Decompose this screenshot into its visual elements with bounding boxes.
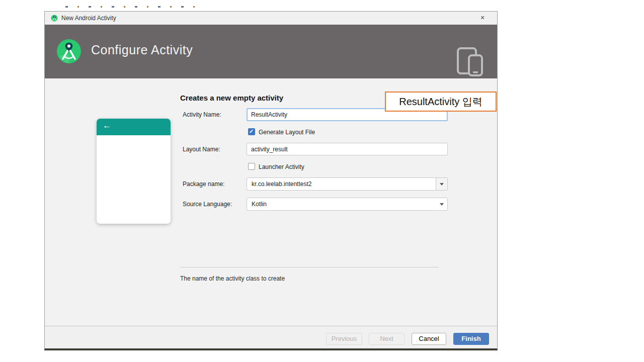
form-heading: Creates a new empty activity: [180, 94, 283, 102]
previous-button[interactable]: Previous: [326, 333, 362, 345]
chevron-down-icon: [440, 203, 444, 206]
package-dropdown-button[interactable]: [436, 178, 447, 190]
package-name-value: kr.co.leelab.intenttest2: [252, 178, 311, 190]
wizard-body: ← Creates a new empty activity Activity …: [45, 78, 497, 326]
dialog-titlebar: New Android Activity ×: [45, 12, 497, 25]
launcher-activity-checkbox[interactable]: [248, 163, 255, 170]
next-button[interactable]: Next: [369, 333, 405, 345]
android-studio-logo-icon: [56, 39, 82, 64]
source-language-combobox[interactable]: Kotlin: [247, 198, 448, 211]
layout-name-label: Layout Name:: [183, 146, 220, 153]
finish-button[interactable]: Finish: [453, 333, 489, 345]
back-arrow-icon: ←: [103, 121, 111, 131]
generate-layout-label: Generate Layout File: [259, 129, 315, 136]
wizard-title: Configure Activity: [91, 43, 193, 57]
language-dropdown-button[interactable]: [436, 198, 447, 210]
generate-layout-checkbox[interactable]: [248, 128, 255, 135]
devices-icon: [456, 47, 484, 77]
activity-preview-thumbnail: ←: [97, 119, 171, 224]
package-name-label: Package name:: [183, 180, 224, 188]
launcher-activity-label: Launcher Activity: [259, 163, 304, 170]
dialog-title: New Android Activity: [61, 12, 116, 25]
source-language-label: Source Language:: [183, 201, 232, 208]
annotation-callout: ResultActivity 입력: [385, 92, 497, 112]
cropped-background-text: [65, 6, 200, 8]
package-name-combobox[interactable]: kr.co.leelab.intenttest2: [247, 177, 448, 191]
field-hint-text: The name of the activity class to create: [180, 275, 285, 282]
layout-name-input[interactable]: [247, 143, 448, 155]
form-divider: [180, 267, 439, 267]
close-icon[interactable]: ×: [476, 12, 489, 25]
preview-appbar: ←: [97, 119, 171, 135]
activity-name-label: Activity Name:: [183, 111, 221, 118]
android-studio-icon: [51, 15, 58, 22]
new-android-activity-dialog: New Android Activity × Configure Activit…: [44, 11, 498, 350]
wizard-header: Configure Activity: [45, 25, 497, 78]
wizard-footer: Previous Next Cancel Finish: [45, 326, 497, 348]
cancel-button[interactable]: Cancel: [412, 333, 446, 345]
chevron-down-icon: [440, 183, 444, 186]
source-language-value: Kotlin: [252, 198, 267, 210]
